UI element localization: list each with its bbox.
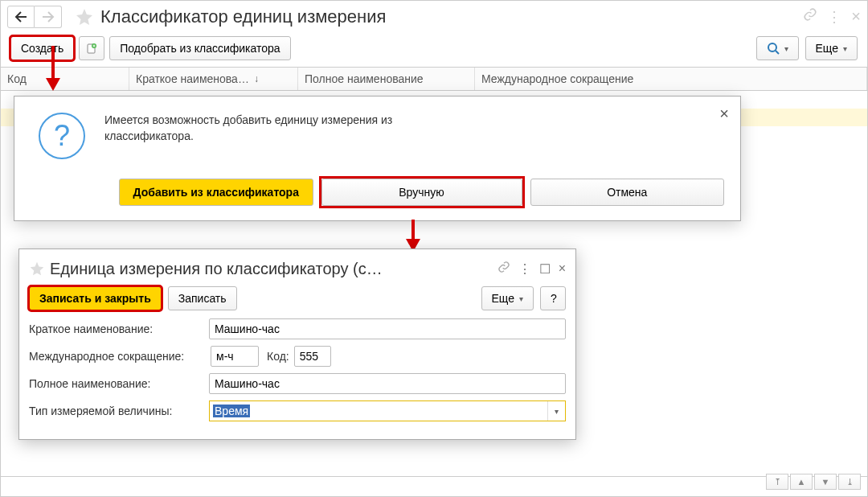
- kebab-menu-icon[interactable]: ⋮: [827, 8, 841, 26]
- link-icon[interactable]: [803, 7, 817, 26]
- close-icon[interactable]: ×: [559, 261, 566, 276]
- svg-marker-4: [46, 78, 60, 91]
- search-button[interactable]: [756, 36, 799, 60]
- nav-back-button[interactable]: [7, 6, 35, 28]
- scroll-bottom-button[interactable]: ⤓: [838, 474, 861, 490]
- dialog-close-icon[interactable]: ×: [719, 105, 729, 123]
- unit-form-window: Единица измерения по классификатору (с… …: [18, 249, 576, 440]
- annotation-arrow-icon: [41, 46, 65, 91]
- link-icon[interactable]: [497, 261, 510, 277]
- add-from-classifier-button[interactable]: Добавить из классификатора: [119, 179, 313, 206]
- copy-button[interactable]: [79, 36, 104, 60]
- label-full-name: Полное наименование:: [29, 377, 204, 390]
- short-name-input[interactable]: [209, 318, 566, 339]
- label-code: Код:: [267, 350, 289, 363]
- nav-forward-button[interactable]: [35, 6, 62, 28]
- favorite-star-icon[interactable]: [75, 7, 94, 27]
- help-button[interactable]: ?: [540, 286, 566, 310]
- close-icon[interactable]: ×: [851, 7, 861, 26]
- cancel-button[interactable]: Отмена: [530, 179, 725, 206]
- favorite-star-icon[interactable]: [29, 261, 45, 277]
- save-button[interactable]: Записать: [168, 286, 237, 310]
- question-icon: ?: [39, 113, 85, 159]
- page-title: Классификатор единиц измерения: [100, 6, 386, 27]
- dropdown-icon[interactable]: ▾: [547, 401, 565, 421]
- save-close-button[interactable]: Записать и закрыть: [29, 286, 162, 310]
- col-intl-abbr[interactable]: Международное сокращение: [475, 68, 867, 90]
- scroll-down-button[interactable]: ▼: [814, 474, 837, 490]
- main-toolbar: Создать Подобрать из классификатора Еще: [1, 33, 867, 67]
- maximize-icon[interactable]: ☐: [539, 261, 551, 277]
- scroll-top-button[interactable]: ⤒: [766, 474, 788, 490]
- dialog-text: Имеется возможность добавить единицу изм…: [104, 113, 426, 144]
- label-type: Тип измеряемой величины:: [29, 405, 204, 417]
- col-short-name[interactable]: Краткое наименова… ↓: [129, 68, 298, 90]
- confirm-dialog: × ? Имеется возможность добавить единицу…: [14, 96, 741, 221]
- grid-header: Код Краткое наименова… ↓ Полное наименов…: [1, 67, 867, 91]
- intl-abbr-input[interactable]: [211, 346, 259, 367]
- code-input[interactable]: [294, 346, 331, 367]
- manual-button[interactable]: Вручную: [321, 179, 522, 206]
- annotation-arrow-icon: [401, 220, 425, 252]
- form-title: Единица измерения по классификатору (с…: [50, 260, 491, 278]
- label-intl-abbr: Международное сокращение:: [29, 350, 206, 363]
- titlebar: Классификатор единиц измерения ⋮ ×: [1, 1, 867, 33]
- form-more-button[interactable]: Еще: [481, 286, 534, 310]
- type-select[interactable]: Время ▾: [209, 400, 566, 421]
- grid-body: × ? Имеется возможность добавить единицу…: [1, 91, 867, 477]
- more-button[interactable]: Еще: [805, 36, 858, 60]
- svg-point-2: [768, 43, 776, 51]
- col-full-name[interactable]: Полное наименование: [298, 68, 475, 90]
- kebab-menu-icon[interactable]: ⋮: [518, 261, 531, 277]
- sort-indicator-icon: ↓: [254, 73, 259, 84]
- col-code[interactable]: Код: [1, 68, 129, 90]
- type-value: Время: [213, 405, 250, 417]
- scroll-up-button[interactable]: ▲: [790, 474, 813, 490]
- label-short-name: Краткое наименование:: [29, 322, 204, 335]
- pick-from-classifier-button[interactable]: Подобрать из классификатора: [109, 36, 290, 60]
- grid-scroll-footer: ⤒ ▲ ▼ ⤓: [766, 474, 861, 490]
- full-name-input[interactable]: [209, 373, 566, 394]
